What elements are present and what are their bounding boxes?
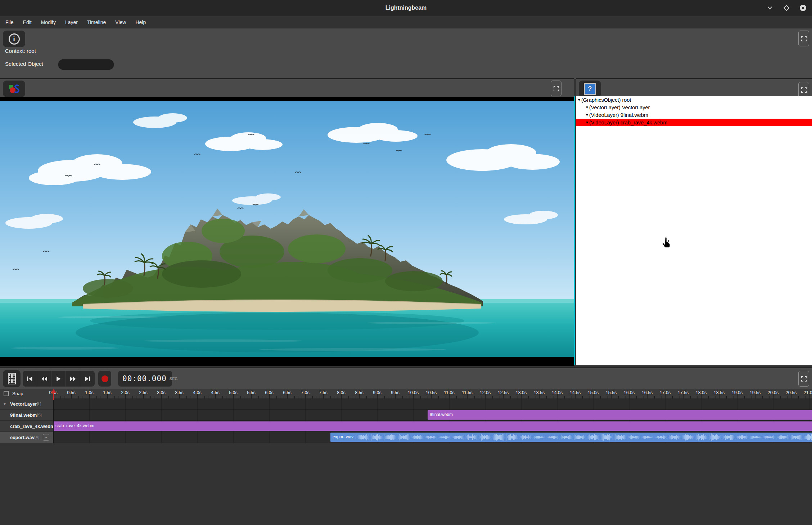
- stage-panel-expand-button[interactable]: [551, 81, 561, 96]
- outline-panel-expand-button[interactable]: [798, 82, 809, 98]
- track-lane-VectorLayer[interactable]: [53, 398, 812, 410]
- track-label-9final.webm[interactable]: 9final.webm[S]: [0, 410, 53, 421]
- ruler-tick: [100, 396, 100, 398]
- close-button[interactable]: [799, 4, 807, 12]
- ruler-tick-label: 0.5s: [67, 390, 76, 395]
- skip-to-start-button[interactable]: [23, 371, 37, 387]
- ruler-tick: [104, 396, 104, 398]
- menubar: FileEditModifyLayerTimelineViewHelp: [0, 16, 812, 28]
- ruler-tick: [780, 396, 781, 398]
- chevron-down-icon: [767, 5, 773, 11]
- ruler-tick: [690, 396, 691, 398]
- menu-item-view[interactable]: View: [110, 19, 131, 25]
- menu-item-file[interactable]: File: [1, 19, 18, 25]
- ruler-tick: [370, 396, 370, 398]
- info-tab[interactable]: i: [3, 31, 25, 47]
- film-strip-icon: [7, 373, 17, 384]
- titlebar: Lightningbeam: [0, 0, 812, 16]
- clip-crab_rave_4k.webm[interactable]: crab_rave_4k.webm: [53, 421, 812, 431]
- ruler-tick: [330, 396, 331, 398]
- menu-item-layer[interactable]: Layer: [60, 19, 82, 25]
- collapse-arrow-icon[interactable]: ▼: [3, 402, 6, 406]
- rewind-button[interactable]: [37, 371, 51, 387]
- ruler-tick-label: 1.0s: [85, 390, 94, 395]
- selected-object-input[interactable]: [58, 59, 114, 70]
- ruler-tick: [734, 396, 734, 398]
- snap-checkbox[interactable]: [4, 391, 9, 396]
- info-panel-expand-button[interactable]: [798, 31, 809, 46]
- timeline-panel-expand-button[interactable]: [798, 371, 809, 387]
- fast-forward-button[interactable]: [66, 371, 80, 387]
- ruler-tick-label: 1.5s: [103, 390, 112, 395]
- ruler-tick: [172, 396, 172, 398]
- timeline-ruler[interactable]: Snap 0.0s0.5s1.0s1.5s2.0s2.5s3.0s3.5s4.0…: [0, 389, 812, 398]
- ruler-tick: [428, 396, 428, 398]
- ruler-tick: [658, 396, 658, 398]
- clip-9final.webm[interactable]: 9final.webm: [428, 410, 812, 420]
- ruler-tick: [204, 396, 205, 398]
- ruler-tick: [460, 396, 460, 398]
- ruler-tick: [586, 396, 586, 398]
- track-lane-9final.webm[interactable]: 9final.webm: [53, 410, 812, 421]
- minimize-button[interactable]: [766, 4, 774, 12]
- tree-item-label: (GraphicsObject) root: [581, 97, 631, 103]
- tree-expand-arrow[interactable]: ▼: [585, 113, 589, 117]
- track-label-VectorLayer[interactable]: ▼VectorLayer[L]: [0, 398, 53, 410]
- stage-tab[interactable]: [3, 81, 25, 97]
- tree-item[interactable]: ▼(VideoLayer) 9final.webm: [576, 111, 812, 119]
- ruler-tick: [334, 396, 334, 398]
- ruler-tick: [255, 396, 255, 398]
- ruler-tick-label: 14.0s: [552, 390, 563, 395]
- record-button[interactable]: [98, 371, 111, 387]
- track-label-export.wav[interactable]: export.wav[A]-: [0, 432, 53, 443]
- tree-expand-arrow[interactable]: ▼: [585, 120, 589, 124]
- ruler-tick: [150, 396, 151, 398]
- ruler-tick: [352, 396, 352, 398]
- ruler-tick: [384, 396, 385, 398]
- ruler-tick: [114, 396, 115, 398]
- tree-item[interactable]: ▼(VectorLayer) VectorLayer: [576, 104, 812, 111]
- ruler-tick: [129, 396, 129, 398]
- ruler-tick: [636, 396, 637, 398]
- ruler-tick: [438, 396, 439, 398]
- placeholder-image-icon: ?: [584, 83, 596, 95]
- ruler-tick-label: 9.0s: [373, 390, 382, 395]
- ruler-tick: [726, 396, 727, 398]
- tree-item[interactable]: ▼(VideoLayer) crab_rave_4k.webm: [576, 119, 812, 126]
- skip-to-end-button[interactable]: [80, 371, 95, 387]
- track-label-crab_rave_4k.webm[interactable]: crab_rave_4k.webm[S]: [0, 421, 53, 432]
- tree-expand-arrow[interactable]: ▼: [577, 98, 581, 102]
- ruler-tick: [510, 396, 511, 398]
- track-lane-export.wav[interactable]: export.wav: [53, 432, 812, 443]
- play-button[interactable]: [51, 371, 66, 387]
- track-lanes[interactable]: 9final.webmcrab_rave_4k.webmexport.wav: [53, 398, 812, 443]
- stage-canvas[interactable]: [0, 97, 574, 366]
- ruler-tick: [158, 396, 158, 398]
- ruler-tick: [388, 396, 388, 398]
- ruler-tick: [258, 396, 259, 398]
- ruler-tick-label: 14.5s: [570, 390, 581, 395]
- ruler-tick: [381, 396, 381, 398]
- ruler-tick: [705, 396, 705, 398]
- outline-tab[interactable]: ?: [579, 81, 601, 97]
- ruler-tick: [186, 396, 187, 398]
- ruler-tick: [338, 396, 338, 398]
- ruler-tick: [500, 396, 500, 398]
- tree-expand-arrow[interactable]: ▼: [585, 105, 589, 109]
- menu-item-timeline[interactable]: Timeline: [82, 19, 110, 25]
- track-toggle-box[interactable]: -: [43, 434, 49, 440]
- track-lane-crab_rave_4k.webm[interactable]: crab_rave_4k.webm: [53, 421, 812, 432]
- ruler-tick: [741, 396, 741, 398]
- stage-panel: [0, 78, 574, 366]
- maximize-button[interactable]: [782, 4, 790, 12]
- panel-divider[interactable]: [574, 96, 575, 365]
- ruler-tick: [518, 396, 518, 398]
- diamond-icon: [783, 5, 790, 11]
- clip-export.wav[interactable]: export.wav: [330, 433, 812, 442]
- timeline-tab[interactable]: [3, 370, 21, 387]
- menu-item-modify[interactable]: Modify: [36, 19, 60, 25]
- menu-item-edit[interactable]: Edit: [18, 19, 36, 25]
- menu-item-help[interactable]: Help: [131, 19, 150, 25]
- tree-item[interactable]: ▼(GraphicsObject) root: [576, 96, 812, 104]
- ruler-tick-label: 5.5s: [247, 390, 256, 395]
